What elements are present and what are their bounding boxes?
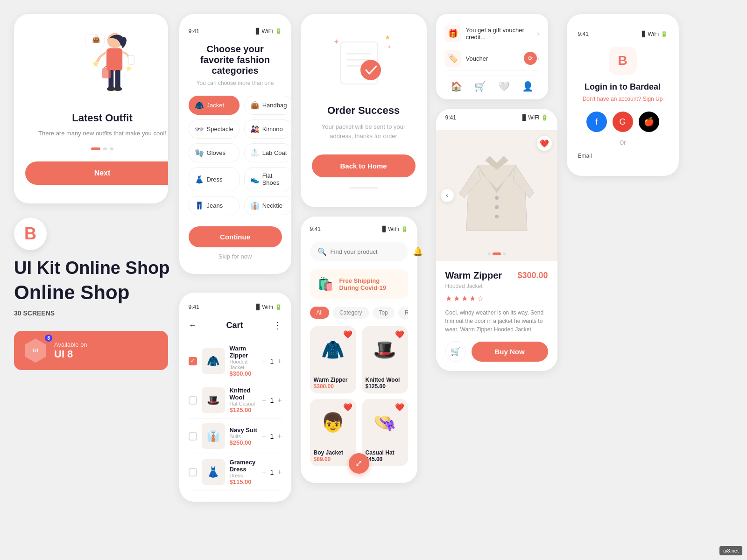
screens-count: 30 SCREENS <box>14 309 170 317</box>
search-bar[interactable]: 🔍 🔔 <box>310 242 408 261</box>
ui8-number: UI <box>33 348 38 353</box>
cat-labcoat[interactable]: 🥼 Lab Coat <box>244 143 293 162</box>
dot-1 <box>91 147 100 150</box>
cat-handbag[interactable]: 👜 Handbag <box>244 96 293 115</box>
cart-qty-1: − 1 + <box>262 357 282 365</box>
cart-item: 👔 Navy Suit Suits $250.00 − 1 + <box>189 419 282 454</box>
product-prev-button[interactable]: ‹ <box>441 189 454 202</box>
order-title: Order Success <box>312 105 416 117</box>
promo-text: Free Shipping During Covid-19 <box>339 277 401 291</box>
svg-text:⭐: ⭐ <box>126 65 132 71</box>
svg-text:⭐: ⭐ <box>92 60 99 68</box>
facebook-login-button[interactable]: f <box>586 112 607 132</box>
qty-minus-1[interactable]: − <box>262 357 266 365</box>
cart-checkbox-3[interactable] <box>189 432 197 441</box>
time-label: 9:41 <box>189 28 199 35</box>
category-grid: 🧥 Jacket 👜 Handbag 👓 Spectacle 🎎 Kimono <box>189 96 282 215</box>
home-nav-icon[interactable]: 🏠 <box>451 81 462 92</box>
product-description: Cool, windy weather is on its way. Send … <box>445 308 548 334</box>
add-to-cart-button[interactable]: 🛒 <box>445 341 466 362</box>
filter-category[interactable]: Category <box>333 307 369 319</box>
cart-item-info-2: Knitted Wool Hat Casual $125.00 <box>230 387 258 413</box>
cart-time: 9:41 <box>189 304 199 310</box>
cat-flatshoes[interactable]: 👟 Flat Shoes <box>244 167 293 191</box>
cat-kimono[interactable]: 🎎 Kimono <box>244 119 293 139</box>
heart-icon-3[interactable]: ❤️ <box>343 403 352 412</box>
share-fab[interactable]: ⤢ <box>349 453 369 474</box>
continue-button[interactable]: Continue <box>189 226 282 247</box>
cat-jacket[interactable]: 🧥 Jacket <box>189 96 240 115</box>
cart-back-button[interactable]: ← <box>189 321 197 330</box>
qty-minus-2[interactable]: − <box>262 396 266 405</box>
filter-all[interactable]: All <box>310 307 329 319</box>
qty-minus-4[interactable]: − <box>262 468 266 476</box>
svg-marker-9 <box>100 47 105 51</box>
heart-icon-1[interactable]: ❤️ <box>343 330 352 339</box>
buy-now-button[interactable]: Buy Now <box>472 342 548 362</box>
voucher-row[interactable]: 🏷️ Voucher ⟳ › <box>444 46 540 71</box>
svg-text:👜: 👜 <box>92 35 100 43</box>
cart-item-image-2: 🎩 <box>202 387 225 413</box>
detail-time: 9:41 <box>445 114 456 121</box>
email-label: Email <box>578 153 668 159</box>
promo-banner: 🛍️ Free Shipping During Covid-19 <box>310 269 408 299</box>
cat-spectacle[interactable]: 👓 Spectacle <box>189 119 240 139</box>
cart-item-info-3: Navy Suit Suits $250.00 <box>230 427 258 446</box>
svg-point-17 <box>360 60 381 80</box>
product-thumb-2[interactable]: 🎩 ❤️ Knitted Wool $125.00 <box>362 326 408 393</box>
svg-rect-2 <box>128 56 134 65</box>
dot-3 <box>110 147 113 150</box>
sign-up-link[interactable]: Sign Up <box>643 96 663 102</box>
cart-checkbox-2[interactable] <box>189 396 197 405</box>
cart-menu-button[interactable]: ⋮ <box>273 320 282 331</box>
cart-checkbox-1[interactable]: ✓ <box>189 357 197 365</box>
heart-icon-4[interactable]: ❤️ <box>395 403 404 412</box>
svg-rect-1 <box>106 48 122 71</box>
google-login-button[interactable]: G <box>613 112 633 132</box>
cat-gloves[interactable]: 🧤 Gloves <box>189 143 240 162</box>
shop-status-bar: 9:41 ▊ WiFi 🔋 <box>310 226 408 232</box>
next-button[interactable]: Next <box>25 161 168 185</box>
search-input[interactable] <box>331 248 409 255</box>
fashion-illustration: 👜 ⭐ ⭐ <box>60 28 144 103</box>
product-category: Hooded Jacket <box>445 283 548 289</box>
cat-jeans[interactable]: 👖 Jeans <box>189 196 240 215</box>
social-login-buttons: f G 🍎 <box>578 112 668 132</box>
apple-login-button[interactable]: 🍎 <box>639 112 659 132</box>
notification-icon[interactable]: 🔔 <box>413 246 423 257</box>
svg-rect-4 <box>115 70 120 89</box>
profile-nav-icon[interactable]: 👤 <box>522 81 534 92</box>
cat-necktie[interactable]: 👔 Necktie <box>244 196 293 215</box>
qty-plus-2[interactable]: + <box>277 396 282 405</box>
chevron-right-icon-2: › <box>537 54 539 63</box>
wishlist-nav-icon[interactable]: 🤍 <box>498 81 510 92</box>
cart-nav-icon[interactable]: 🛒 <box>474 81 486 92</box>
cat-dress[interactable]: 👗 Dress <box>189 167 240 191</box>
cart-item: 🎩 Knitted Wool Hat Casual $125.00 − 1 + <box>189 382 282 419</box>
ui-kit-label: UI Kit Online Shop <box>14 259 170 278</box>
qty-minus-3[interactable]: − <box>262 432 266 441</box>
svg-point-22 <box>495 196 499 200</box>
gift-voucher-row[interactable]: 🎁 You get a gift voucher credit... › <box>444 21 540 46</box>
login-status-bar: 9:41 ▊ WiFi 🔋 <box>578 31 668 37</box>
watermark: ui8.net <box>719 546 742 555</box>
heart-icon-2[interactable]: ❤️ <box>395 330 404 339</box>
categories-title: Choose your favorite fashion categories <box>189 44 282 76</box>
voucher-active-dot: ⟳ <box>524 52 537 65</box>
qty-plus-4[interactable]: + <box>277 468 282 476</box>
order-subtitle: Your packet will be sent to your address… <box>312 122 416 140</box>
cart-item: 👗 Gramecy Dress Dress $115.00 − 1 + <box>189 454 282 490</box>
product-thumb-1[interactable]: 🧥 ❤️ Warm Zipper $300.00 <box>310 326 356 393</box>
product-heart-button[interactable]: ❤️ <box>537 136 552 151</box>
ui8-badge[interactable]: UI 8 Available on UI 8 <box>14 331 168 370</box>
cart-checkbox-4[interactable] <box>189 468 197 476</box>
cart-item-image-3: 👔 <box>202 423 225 449</box>
qty-plus-3[interactable]: + <box>277 432 282 441</box>
filter-top[interactable]: Top <box>373 307 395 319</box>
skip-link[interactable]: Skip for now <box>189 253 282 260</box>
back-to-home-button[interactable]: Back to Home <box>312 154 416 177</box>
qty-plus-1[interactable]: + <box>277 357 282 365</box>
voucher-icon: 🏷️ <box>444 50 461 67</box>
filter-recom[interactable]: Recom... <box>398 307 408 319</box>
cart-title: Cart <box>226 321 243 330</box>
